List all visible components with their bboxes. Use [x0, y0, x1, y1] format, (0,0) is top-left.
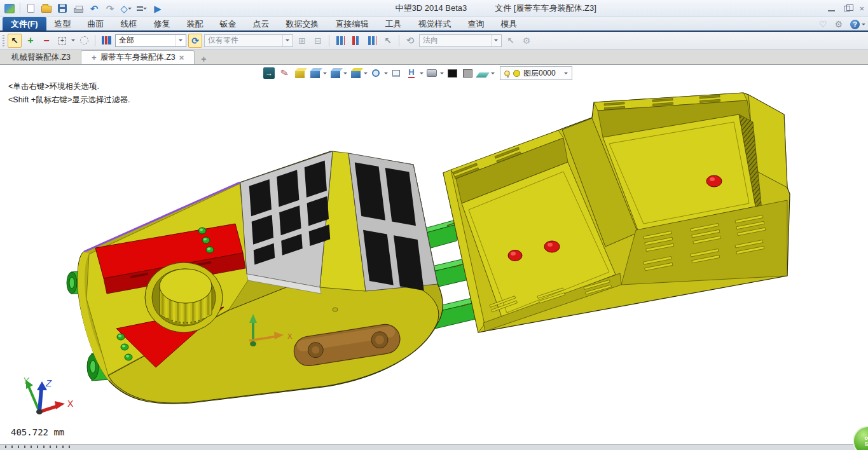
- redo-button[interactable]: ↷: [104, 2, 116, 15]
- model-canvas[interactable]: X Y Z X: [0, 65, 868, 444]
- combo-dropdown[interactable]: [282, 35, 289, 46]
- display-mode-button[interactable]: [425, 66, 439, 80]
- play-icon: ▶: [154, 4, 162, 13]
- view-manager-button[interactable]: [328, 66, 342, 80]
- chevron-down-icon[interactable]: [420, 72, 424, 76]
- pick-last-button[interactable]: ↖: [381, 34, 395, 48]
- unlink-button[interactable]: ⊟: [311, 34, 325, 48]
- inspect-button[interactable]: ⚙: [520, 34, 534, 48]
- chevron-down-icon[interactable]: [491, 72, 495, 76]
- tab-close-icon[interactable]: ×: [179, 53, 184, 62]
- undo-icon: ↶: [90, 4, 99, 13]
- entity-filter-combo[interactable]: 全部: [115, 34, 186, 47]
- model-trailer-body[interactable]: [443, 93, 790, 332]
- regen-button[interactable]: ◇: [120, 2, 132, 15]
- filter-button[interactable]: [99, 34, 113, 48]
- drag-handle[interactable]: [3, 35, 4, 46]
- zoom-button[interactable]: [369, 66, 383, 80]
- combo-dropdown[interactable]: [176, 35, 183, 46]
- chevron-down-icon[interactable]: [343, 72, 347, 76]
- unfold-view-button[interactable]: [293, 66, 307, 80]
- zoom-window-button[interactable]: [389, 66, 403, 80]
- background-black-button[interactable]: [445, 66, 459, 80]
- new-tab-button[interactable]: +: [195, 54, 212, 64]
- orientation-combo[interactable]: 法向: [419, 34, 502, 47]
- reorient-button[interactable]: ⟲: [403, 34, 417, 48]
- chevron-down-icon[interactable]: [323, 72, 327, 76]
- settings-gear-icon[interactable]: ⚙: [834, 19, 843, 29]
- app-logo-icon[interactable]: [4, 2, 15, 15]
- tab-repair[interactable]: 修复: [146, 17, 179, 31]
- tab-pointcloud[interactable]: 点云: [245, 17, 278, 31]
- tab-assembly[interactable]: 装配: [179, 17, 212, 31]
- tab-file[interactable]: 文件(F): [3, 17, 46, 31]
- print-button[interactable]: [72, 2, 84, 15]
- doc-tab-tracked-vehicle[interactable]: + 履带车车身装配体.Z3 ×: [81, 50, 195, 64]
- chevron-down-icon[interactable]: [440, 72, 444, 76]
- layer-visibility-bulb-icon[interactable]: [504, 71, 510, 76]
- undo-button[interactable]: ↶: [88, 2, 100, 15]
- tab-shape[interactable]: 造型: [46, 17, 79, 31]
- remove-selection-button[interactable]: −: [39, 34, 53, 48]
- layer-selector[interactable]: 图层0000: [500, 66, 572, 80]
- isometric-view-button[interactable]: [348, 66, 362, 80]
- tab-mold[interactable]: 模具: [493, 17, 526, 31]
- chevron-down-icon[interactable]: [71, 39, 75, 43]
- box-select-button[interactable]: +: [55, 34, 69, 48]
- help-button[interactable]: ?: [850, 20, 865, 29]
- doc-tab-robot-arm[interactable]: 机械臂装配体.Z3: [1, 50, 81, 64]
- window-controls: ×: [828, 4, 864, 13]
- world-triad: Y Z X: [23, 376, 74, 414]
- tab-surface[interactable]: 曲面: [79, 17, 113, 31]
- chevron-down-icon[interactable]: [564, 72, 568, 76]
- link-manager-button[interactable]: ⊞: [295, 34, 309, 48]
- 3d-viewport[interactable]: X Y Z X → ✎ H: [0, 65, 868, 444]
- layer-color-swatch[interactable]: [513, 70, 520, 77]
- chevron-down-icon[interactable]: [384, 72, 388, 76]
- pick-mode-button[interactable]: ⟳: [188, 34, 202, 48]
- erase-button[interactable]: ✎: [277, 66, 291, 80]
- new-file-icon: [27, 4, 34, 13]
- tracked-unit-window-panels[interactable]: [240, 151, 437, 294]
- lasso-select-button[interactable]: [77, 34, 91, 48]
- close-button[interactable]: ×: [859, 4, 864, 13]
- run-button[interactable]: ▶: [152, 2, 163, 15]
- list-filter-a-button[interactable]: [333, 34, 347, 48]
- align-view-button[interactable]: H: [404, 66, 418, 80]
- lasso-icon: [80, 36, 88, 44]
- save-button[interactable]: [57, 2, 68, 15]
- unfold-box-icon: [295, 71, 305, 78]
- tab-tools[interactable]: 工具: [377, 17, 410, 31]
- tab-direct-edit[interactable]: 直接编辑: [327, 17, 377, 31]
- list-filter-b-button[interactable]: [349, 34, 363, 48]
- pick-target-button[interactable]: ↖: [504, 34, 518, 48]
- ground-plane-button[interactable]: [476, 66, 490, 80]
- shaded-cube-icon: [310, 71, 320, 78]
- add-selection-button[interactable]: +: [24, 34, 38, 48]
- black-swatch-icon: [448, 69, 457, 78]
- tab-sheetmetal[interactable]: 钣金: [212, 17, 245, 31]
- chevron-down-icon[interactable]: [364, 72, 368, 76]
- select-tool-button[interactable]: ↖: [8, 34, 22, 48]
- orientation-value: 法向: [423, 35, 438, 46]
- tab-inquire[interactable]: 查询: [460, 17, 493, 31]
- new-file-button[interactable]: [25, 2, 36, 15]
- tab-wireframe[interactable]: 线框: [113, 17, 146, 31]
- tab-visual-style[interactable]: 视觉样式: [410, 17, 460, 31]
- exit-button[interactable]: →: [262, 66, 276, 80]
- restore-button[interactable]: [844, 6, 850, 11]
- background-gray-button[interactable]: [460, 66, 474, 80]
- status-strip: [0, 444, 868, 450]
- combo-dropdown[interactable]: [491, 35, 498, 46]
- model-tracked-unit[interactable]: X: [67, 151, 443, 404]
- list-filter-c-button[interactable]: [365, 34, 379, 48]
- minimize-button[interactable]: [828, 10, 835, 11]
- open-file-button[interactable]: [41, 2, 52, 15]
- pick-scope-combo[interactable]: 仅有零件: [204, 34, 293, 47]
- tracked-unit-gear-cylinder[interactable]: [145, 262, 223, 332]
- zw3d-logo-icon: [4, 4, 15, 13]
- favorite-icon[interactable]: ♡: [819, 19, 827, 29]
- shade-mode-button[interactable]: [308, 66, 322, 80]
- tab-data-exchange[interactable]: 数据交换: [278, 17, 327, 31]
- toolbar-options-button[interactable]: [136, 2, 148, 15]
